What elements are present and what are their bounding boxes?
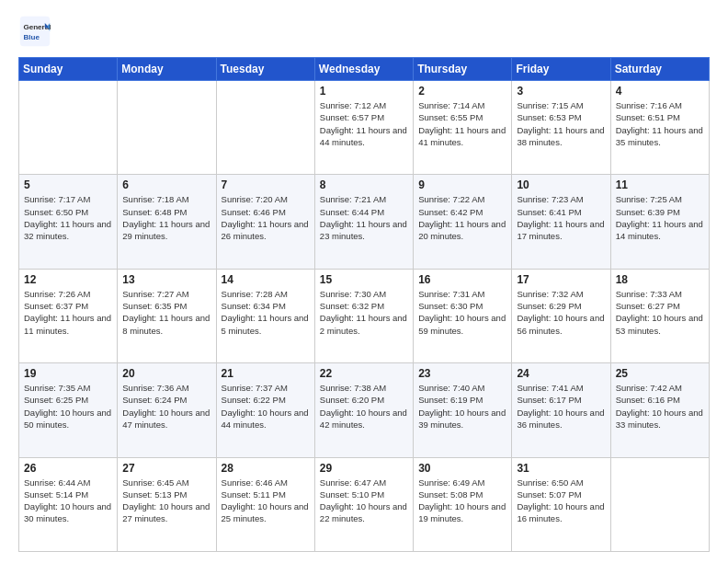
day-info: Sunrise: 7:20 AM Sunset: 6:46 PM Dayligh… [222, 193, 310, 242]
day-number: 9 [418, 178, 506, 191]
day-number: 15 [320, 273, 408, 286]
calendar-cell: 17Sunrise: 7:32 AM Sunset: 6:29 PM Dayli… [512, 269, 610, 362]
day-info: Sunrise: 7:42 AM Sunset: 6:16 PM Dayligh… [616, 382, 704, 431]
calendar-cell: 10Sunrise: 7:23 AM Sunset: 6:41 PM Dayli… [512, 175, 610, 269]
calendar-header-sunday: Sunday [19, 58, 118, 81]
calendar-cell: 4Sunrise: 7:16 AM Sunset: 6:51 PM Daylig… [610, 81, 709, 175]
calendar-cell: 20Sunrise: 7:36 AM Sunset: 6:24 PM Dayli… [118, 363, 216, 457]
day-info: Sunrise: 6:47 AM Sunset: 5:10 PM Dayligh… [320, 477, 408, 525]
calendar-cell: 24Sunrise: 7:41 AM Sunset: 6:17 PM Dayli… [512, 363, 610, 457]
calendar-week-row: 5Sunrise: 7:17 AM Sunset: 6:50 PM Daylig… [19, 175, 710, 269]
svg-text:Blue: Blue [23, 33, 40, 41]
day-number: 4 [616, 85, 704, 98]
calendar-cell: 22Sunrise: 7:38 AM Sunset: 6:20 PM Dayli… [314, 363, 413, 457]
calendar-header-row: SundayMondayTuesdayWednesdayThursdayFrid… [19, 58, 710, 81]
calendar-cell: 23Sunrise: 7:40 AM Sunset: 6:19 PM Dayli… [414, 363, 512, 457]
calendar-header-saturday: Saturday [610, 58, 709, 81]
day-info: Sunrise: 7:27 AM Sunset: 6:35 PM Dayligh… [122, 288, 210, 337]
header: General Blue [18, 15, 710, 48]
day-number: 30 [418, 462, 506, 475]
day-number: 11 [616, 178, 704, 191]
calendar-cell: 29Sunrise: 6:47 AM Sunset: 5:10 PM Dayli… [314, 457, 413, 551]
day-info: Sunrise: 7:25 AM Sunset: 6:39 PM Dayligh… [616, 193, 704, 242]
day-info: Sunrise: 7:22 AM Sunset: 6:42 PM Dayligh… [418, 193, 506, 242]
day-info: Sunrise: 7:35 AM Sunset: 6:25 PM Dayligh… [24, 382, 112, 431]
day-number: 17 [517, 273, 605, 286]
calendar-header-tuesday: Tuesday [216, 58, 314, 81]
calendar-cell: 7Sunrise: 7:20 AM Sunset: 6:46 PM Daylig… [216, 175, 314, 269]
calendar-header-friday: Friday [512, 58, 610, 81]
day-info: Sunrise: 7:32 AM Sunset: 6:29 PM Dayligh… [517, 288, 605, 337]
day-info: Sunrise: 6:44 AM Sunset: 5:14 PM Dayligh… [24, 477, 112, 525]
day-number: 19 [24, 367, 112, 380]
day-number: 12 [24, 273, 112, 286]
day-number: 5 [24, 178, 112, 191]
day-number: 20 [122, 367, 210, 380]
day-info: Sunrise: 7:36 AM Sunset: 6:24 PM Dayligh… [122, 382, 210, 431]
logo: General Blue [18, 15, 55, 48]
calendar-cell: 31Sunrise: 6:50 AM Sunset: 5:07 PM Dayli… [512, 457, 610, 551]
calendar-cell: 19Sunrise: 7:35 AM Sunset: 6:25 PM Dayli… [19, 363, 118, 457]
day-info: Sunrise: 7:15 AM Sunset: 6:53 PM Dayligh… [517, 99, 605, 148]
day-info: Sunrise: 7:28 AM Sunset: 6:34 PM Dayligh… [222, 288, 310, 337]
day-info: Sunrise: 7:12 AM Sunset: 6:57 PM Dayligh… [320, 99, 408, 148]
calendar-cell: 9Sunrise: 7:22 AM Sunset: 6:42 PM Daylig… [414, 175, 512, 269]
logo-icon: General Blue [18, 15, 51, 48]
day-info: Sunrise: 6:50 AM Sunset: 5:07 PM Dayligh… [517, 477, 605, 525]
day-number: 3 [517, 85, 605, 98]
calendar-cell: 3Sunrise: 7:15 AM Sunset: 6:53 PM Daylig… [512, 81, 610, 175]
calendar-cell [118, 81, 216, 175]
calendar-cell [19, 81, 118, 175]
calendar-cell: 16Sunrise: 7:31 AM Sunset: 6:30 PM Dayli… [414, 269, 512, 362]
day-info: Sunrise: 6:49 AM Sunset: 5:08 PM Dayligh… [418, 477, 506, 525]
calendar-cell: 12Sunrise: 7:26 AM Sunset: 6:37 PM Dayli… [19, 269, 118, 362]
calendar-cell: 8Sunrise: 7:21 AM Sunset: 6:44 PM Daylig… [314, 175, 413, 269]
calendar-header-wednesday: Wednesday [314, 58, 413, 81]
day-info: Sunrise: 7:33 AM Sunset: 6:27 PM Dayligh… [616, 288, 704, 337]
calendar-week-row: 26Sunrise: 6:44 AM Sunset: 5:14 PM Dayli… [19, 457, 710, 551]
calendar-week-row: 19Sunrise: 7:35 AM Sunset: 6:25 PM Dayli… [19, 363, 710, 457]
day-number: 16 [418, 273, 506, 286]
day-info: Sunrise: 7:23 AM Sunset: 6:41 PM Dayligh… [517, 193, 605, 242]
day-number: 10 [517, 178, 605, 191]
day-info: Sunrise: 7:41 AM Sunset: 6:17 PM Dayligh… [517, 382, 605, 431]
day-info: Sunrise: 7:18 AM Sunset: 6:48 PM Dayligh… [122, 193, 210, 242]
calendar-cell: 25Sunrise: 7:42 AM Sunset: 6:16 PM Dayli… [610, 363, 709, 457]
day-number: 2 [418, 85, 506, 98]
day-number: 14 [222, 273, 310, 286]
day-number: 8 [320, 178, 408, 191]
calendar-cell: 13Sunrise: 7:27 AM Sunset: 6:35 PM Dayli… [118, 269, 216, 362]
day-info: Sunrise: 7:16 AM Sunset: 6:51 PM Dayligh… [616, 99, 704, 148]
day-number: 1 [320, 85, 408, 98]
calendar-cell: 5Sunrise: 7:17 AM Sunset: 6:50 PM Daylig… [19, 175, 118, 269]
calendar-cell: 27Sunrise: 6:45 AM Sunset: 5:13 PM Dayli… [118, 457, 216, 551]
calendar-cell: 15Sunrise: 7:30 AM Sunset: 6:32 PM Dayli… [314, 269, 413, 362]
calendar-header-thursday: Thursday [414, 58, 512, 81]
calendar-cell: 14Sunrise: 7:28 AM Sunset: 6:34 PM Dayli… [216, 269, 314, 362]
calendar-cell: 26Sunrise: 6:44 AM Sunset: 5:14 PM Dayli… [19, 457, 118, 551]
day-number: 22 [320, 367, 408, 380]
day-number: 24 [517, 367, 605, 380]
day-info: Sunrise: 6:45 AM Sunset: 5:13 PM Dayligh… [122, 477, 210, 525]
calendar-cell: 30Sunrise: 6:49 AM Sunset: 5:08 PM Dayli… [414, 457, 512, 551]
calendar-header-monday: Monday [118, 58, 216, 81]
day-number: 26 [24, 462, 112, 475]
day-info: Sunrise: 7:30 AM Sunset: 6:32 PM Dayligh… [320, 288, 408, 337]
calendar-cell [610, 457, 709, 551]
calendar-cell [216, 81, 314, 175]
day-number: 23 [418, 367, 506, 380]
calendar-cell: 1Sunrise: 7:12 AM Sunset: 6:57 PM Daylig… [314, 81, 413, 175]
calendar-cell: 6Sunrise: 7:18 AM Sunset: 6:48 PM Daylig… [118, 175, 216, 269]
day-number: 18 [616, 273, 704, 286]
calendar-cell: 2Sunrise: 7:14 AM Sunset: 6:55 PM Daylig… [414, 81, 512, 175]
day-info: Sunrise: 7:31 AM Sunset: 6:30 PM Dayligh… [418, 288, 506, 337]
day-number: 27 [122, 462, 210, 475]
day-number: 6 [122, 178, 210, 191]
page: General Blue SundayMondayTuesdayWednesda… [0, 0, 728, 563]
day-number: 25 [616, 367, 704, 380]
calendar-cell: 28Sunrise: 6:46 AM Sunset: 5:11 PM Dayli… [216, 457, 314, 551]
day-number: 21 [222, 367, 310, 380]
day-info: Sunrise: 6:46 AM Sunset: 5:11 PM Dayligh… [222, 477, 310, 525]
day-info: Sunrise: 7:17 AM Sunset: 6:50 PM Dayligh… [24, 193, 112, 242]
calendar-cell: 21Sunrise: 7:37 AM Sunset: 6:22 PM Dayli… [216, 363, 314, 457]
